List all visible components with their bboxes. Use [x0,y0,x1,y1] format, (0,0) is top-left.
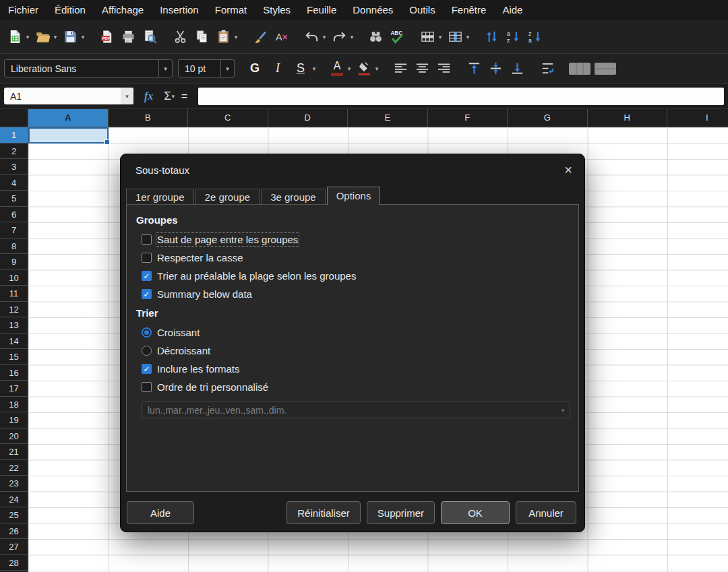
find-replace-button[interactable] [365,25,386,49]
row-header[interactable]: 24 [0,492,28,508]
menu-item[interactable]: Données [344,0,401,20]
row-header[interactable]: 12 [0,302,28,318]
column-header[interactable]: E [348,109,428,127]
formula-input[interactable] [198,88,724,105]
font-name-dropdown-icon[interactable]: ▾ [158,60,172,77]
radio-button[interactable] [142,346,152,356]
column-header[interactable]: D [268,109,348,127]
sum-dropdown-icon[interactable]: ▾ [169,93,177,100]
paste-button[interactable] [212,25,234,49]
checkbox[interactable] [142,271,152,281]
dialog-tab[interactable]: 1er groupe [126,189,194,205]
row-header[interactable]: 11 [0,286,28,302]
row-header[interactable]: 15 [0,349,28,365]
new-spreadsheet-button[interactable] [4,25,26,49]
row-header[interactable]: 8 [0,239,28,255]
bold-button[interactable]: G [243,57,266,81]
merge-cells-button[interactable] [567,57,593,81]
row-header[interactable]: 5 [0,191,28,207]
row-header[interactable]: 10 [0,270,28,286]
copy-button[interactable] [191,25,212,49]
radio-option[interactable]: Décroissant [142,342,573,360]
font-size-combo[interactable]: 10 pt ▾ [178,59,235,77]
delete-button[interactable]: Supprimer [367,501,435,524]
save-dropdown-icon[interactable]: ▾ [79,34,87,40]
undo-dropdown-icon[interactable]: ▾ [320,34,328,40]
row-header[interactable]: 14 [0,333,28,350]
menu-item[interactable]: Fenêtre [444,0,495,20]
row-header[interactable]: 20 [0,428,28,445]
checkbox-option[interactable]: Summary below data [142,285,573,303]
redo-dropdown-icon[interactable]: ▾ [348,34,356,40]
selected-cell-a1[interactable] [28,127,109,144]
align-bottom-button[interactable] [506,57,528,81]
column-header[interactable]: B [109,109,189,127]
row-header[interactable]: 22 [0,460,28,476]
menu-item[interactable]: Affichage [94,0,152,20]
menu-item[interactable]: Styles [255,0,299,20]
row-header[interactable]: 2 [0,144,28,160]
row-header[interactable]: 17 [0,381,28,397]
checkbox-option[interactable]: Trier au préalable la plage selon les gr… [142,267,573,285]
cut-button[interactable] [169,25,191,49]
row-header[interactable]: 7 [0,222,28,239]
checkbox[interactable] [142,234,152,245]
checkbox[interactable] [142,364,152,374]
dialog-tab[interactable]: Options [327,187,381,205]
align-center-button[interactable] [411,57,433,81]
reset-button[interactable]: Réinitialiser [286,501,361,524]
menu-item[interactable]: Aide [494,0,530,20]
row-header[interactable]: 18 [0,397,28,413]
checkbox-option[interactable]: Inclure les formats [142,360,573,378]
highlighting-color-button[interactable] [353,57,375,81]
row-header[interactable]: 16 [0,365,28,381]
name-box-dropdown-icon[interactable]: ▾ [121,88,133,104]
row-header[interactable]: 6 [0,207,28,223]
checkbox[interactable] [142,382,152,392]
spelling-button[interactable]: ABC [386,25,408,49]
font-name-combo[interactable]: Liberation Sans ▾ [4,59,173,77]
print-button[interactable] [117,25,139,49]
row-header[interactable]: 3 [0,159,28,175]
row-header[interactable]: 25 [0,507,28,523]
underline-dropdown-icon[interactable]: ▾ [310,65,318,72]
rows-button[interactable] [417,25,438,49]
ok-button[interactable]: OK [441,501,510,524]
save-button[interactable] [59,25,81,49]
align-top-button[interactable] [463,57,485,81]
font-size-dropdown-icon[interactable]: ▾ [220,60,234,77]
row-header[interactable]: 9 [0,254,28,270]
column-header[interactable]: H [588,109,668,127]
align-left-button[interactable] [390,57,411,81]
function-wizard-icon[interactable]: fx [144,90,153,102]
dialog-titlebar[interactable]: Sous-totaux × [121,154,584,185]
open-button[interactable] [32,25,53,49]
menu-item[interactable]: Feuille [299,0,344,20]
radio-option[interactable]: Croissant [142,323,573,342]
redo-button[interactable] [328,25,350,49]
row-header[interactable]: 1 [0,127,28,144]
menu-item[interactable]: Format [207,0,255,20]
menu-item[interactable]: Édition [47,0,94,20]
column-header[interactable]: F [428,109,508,127]
menu-item[interactable]: Insertion [152,0,207,20]
open-dropdown-icon[interactable]: ▾ [51,34,59,40]
column-header[interactable]: A [28,109,109,127]
merge-and-center-button[interactable] [593,57,618,81]
column-header[interactable]: C [188,109,268,127]
row-header[interactable]: 21 [0,444,28,460]
checkbox-option[interactable]: Respecter la casse [142,249,573,267]
clone-formatting-button[interactable] [249,25,270,49]
row-header[interactable]: 19 [0,412,28,428]
cell-reference-box[interactable]: A1 ▾ [4,88,133,104]
column-header[interactable]: G [508,109,588,127]
columns-button[interactable] [444,25,466,49]
row-header[interactable]: 26 [0,523,28,540]
highlighting-dropdown-icon[interactable]: ▾ [373,65,381,72]
row-header[interactable]: 23 [0,476,28,492]
checkbox-option[interactable]: Ordre de tri personnalisé [142,378,573,396]
undo-button[interactable] [301,25,322,49]
menu-item[interactable]: Outils [401,0,443,20]
checkbox-option[interactable]: Saut de page entre les groupes [142,230,573,249]
radio-button[interactable] [142,327,152,338]
